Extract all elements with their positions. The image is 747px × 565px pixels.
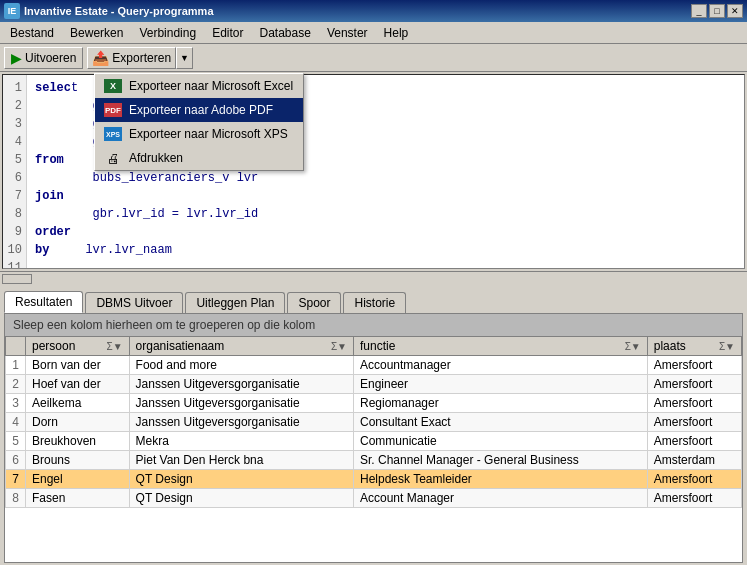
menu-bar: Bestand Bewerken Verbinding Editor Datab… bbox=[0, 22, 747, 44]
scroll-thumb[interactable] bbox=[2, 274, 32, 284]
export-dropdown-menu: X Exporteer naar Microsoft Excel PDF Exp… bbox=[94, 73, 304, 171]
export-pdf-label: Exporteer naar Adobe PDF bbox=[129, 103, 273, 117]
code-scrollbar[interactable] bbox=[0, 271, 747, 285]
cell-plaats: Amersfoort bbox=[647, 413, 741, 432]
group-header: Sleep een kolom hierheen om te groeperen… bbox=[5, 314, 742, 336]
cell-plaats: Amersfoort bbox=[647, 489, 741, 508]
cell-plaats: Amersfoort bbox=[647, 375, 741, 394]
cell-plaats: Amersfoort bbox=[647, 432, 741, 451]
row-number: 5 bbox=[6, 432, 26, 451]
sigma-org[interactable]: Σ▼ bbox=[331, 341, 347, 352]
table-row[interactable]: 8FasenQT DesignAccount ManagerAmersfoort bbox=[6, 489, 742, 508]
run-label: Uitvoeren bbox=[25, 51, 76, 65]
arrow-icon: ▼ bbox=[180, 53, 189, 63]
cell-plaats: Amersfoort bbox=[647, 394, 741, 413]
tab-spoor[interactable]: Spoor bbox=[287, 292, 341, 313]
export-xps-label: Exporteer naar Microsoft XPS bbox=[129, 127, 288, 141]
maximize-button[interactable]: □ bbox=[709, 4, 725, 18]
row-number: 3 bbox=[6, 394, 26, 413]
tab-historie[interactable]: Historie bbox=[343, 292, 406, 313]
col-org-header[interactable]: organisatienaam Σ▼ bbox=[129, 337, 353, 356]
print-item[interactable]: 🖨 Afdrukken bbox=[95, 146, 303, 170]
col-persoon-header[interactable]: persoon Σ▼ bbox=[26, 337, 130, 356]
menu-bewerken[interactable]: Bewerken bbox=[62, 22, 131, 43]
table-row[interactable]: 2Hoef van derJanssen Uitgeversgorganisat… bbox=[6, 375, 742, 394]
col-plaats-header[interactable]: plaats Σ▼ bbox=[647, 337, 741, 356]
table-row[interactable]: 1Born van derFood and moreAccountmanager… bbox=[6, 356, 742, 375]
export-dropdown-arrow[interactable]: ▼ bbox=[176, 47, 193, 69]
cell-functie: Consultant Exact bbox=[353, 413, 647, 432]
window-controls: _ □ ✕ bbox=[691, 4, 743, 18]
export-main-button[interactable]: 📤 Exporteren bbox=[87, 47, 176, 69]
cell-persoon: Hoef van der bbox=[26, 375, 130, 394]
tab-resultaten[interactable]: Resultaten bbox=[4, 291, 83, 313]
table-row[interactable]: 7EngelQT DesignHelpdesk TeamleiderAmersf… bbox=[6, 470, 742, 489]
cell-organisatienaam: QT Design bbox=[129, 489, 353, 508]
table-row[interactable]: 3AeilkemaJanssen UitgeversgorganisatieRe… bbox=[6, 394, 742, 413]
table-row[interactable]: 4DornJanssen UitgeversgorganisatieConsul… bbox=[6, 413, 742, 432]
row-number: 4 bbox=[6, 413, 26, 432]
cell-plaats: Amersfoort bbox=[647, 470, 741, 489]
cell-organisatienaam: QT Design bbox=[129, 470, 353, 489]
print-label: Afdrukken bbox=[129, 151, 183, 165]
sigma-persoon[interactable]: Σ▼ bbox=[106, 341, 122, 352]
row-number: 7 bbox=[6, 470, 26, 489]
minimize-button[interactable]: _ bbox=[691, 4, 707, 18]
results-container: Resultaten DBMS Uitvoer Uitleggen Plan S… bbox=[0, 287, 747, 565]
line-numbers: 12345 67891011 bbox=[3, 75, 27, 268]
cell-functie: Sr. Channel Manager - General Business bbox=[353, 451, 647, 470]
menu-verbinding[interactable]: Verbinding bbox=[131, 22, 204, 43]
cell-organisatienaam: Janssen Uitgeversgorganisatie bbox=[129, 375, 353, 394]
run-icon: ▶ bbox=[11, 50, 22, 66]
col-num-header bbox=[6, 337, 26, 356]
row-number: 8 bbox=[6, 489, 26, 508]
col-functie-header[interactable]: functie Σ▼ bbox=[353, 337, 647, 356]
cell-persoon: Breukhoven bbox=[26, 432, 130, 451]
cell-persoon: Aeilkema bbox=[26, 394, 130, 413]
export-xps-item[interactable]: XPS Exporteer naar Microsoft XPS bbox=[95, 122, 303, 146]
export-excel-label: Exporteer naar Microsoft Excel bbox=[129, 79, 293, 93]
cell-organisatienaam: Piet Van Den Herck bna bbox=[129, 451, 353, 470]
row-number: 6 bbox=[6, 451, 26, 470]
cell-plaats: Amsterdam bbox=[647, 451, 741, 470]
pdf-icon: PDF bbox=[103, 102, 123, 118]
cell-persoon: Engel bbox=[26, 470, 130, 489]
run-button[interactable]: ▶ Uitvoeren bbox=[4, 47, 83, 69]
app-icon: IE bbox=[4, 3, 20, 19]
export-icon: 📤 bbox=[92, 50, 109, 66]
results-area: Sleep een kolom hierheen om te groeperen… bbox=[4, 313, 743, 563]
sigma-functie[interactable]: Σ▼ bbox=[625, 341, 641, 352]
menu-bestand[interactable]: Bestand bbox=[2, 22, 62, 43]
tab-dbms[interactable]: DBMS Uitvoer bbox=[85, 292, 183, 313]
cell-organisatienaam: Janssen Uitgeversgorganisatie bbox=[129, 394, 353, 413]
export-button-group: 📤 Exporteren ▼ bbox=[87, 47, 193, 69]
cell-persoon: Dorn bbox=[26, 413, 130, 432]
cell-functie: Engineer bbox=[353, 375, 647, 394]
close-button[interactable]: ✕ bbox=[727, 4, 743, 18]
cell-functie: Regiomanager bbox=[353, 394, 647, 413]
sigma-plaats[interactable]: Σ▼ bbox=[719, 341, 735, 352]
excel-icon: X bbox=[103, 78, 123, 94]
title-bar: IE Invantive Estate - Query-programma _ … bbox=[0, 0, 747, 22]
toolbar: ▶ Uitvoeren 📤 Exporteren ▼ bbox=[0, 44, 747, 72]
cell-persoon: Fasen bbox=[26, 489, 130, 508]
menu-editor[interactable]: Editor bbox=[204, 22, 251, 43]
table-row[interactable]: 6BrounsPiet Van Den Herck bnaSr. Channel… bbox=[6, 451, 742, 470]
data-table: persoon Σ▼ organisatienaam Σ▼ bbox=[5, 336, 742, 508]
cell-organisatienaam: Food and more bbox=[129, 356, 353, 375]
cell-organisatienaam: Mekra bbox=[129, 432, 353, 451]
menu-help[interactable]: Help bbox=[376, 22, 417, 43]
menu-database[interactable]: Database bbox=[252, 22, 319, 43]
row-number: 1 bbox=[6, 356, 26, 375]
tab-uitleggen[interactable]: Uitleggen Plan bbox=[185, 292, 285, 313]
export-pdf-item[interactable]: PDF Exporteer naar Adobe PDF bbox=[95, 98, 303, 122]
export-label: Exporteren bbox=[112, 51, 171, 65]
cell-functie: Helpdesk Teamleider bbox=[353, 470, 647, 489]
cell-persoon: Born van der bbox=[26, 356, 130, 375]
export-excel-item[interactable]: X Exporteer naar Microsoft Excel bbox=[95, 74, 303, 98]
menu-venster[interactable]: Venster bbox=[319, 22, 376, 43]
cell-functie: Account Manager bbox=[353, 489, 647, 508]
row-number: 2 bbox=[6, 375, 26, 394]
xps-icon: XPS bbox=[103, 126, 123, 142]
table-row[interactable]: 5BreukhovenMekraCommunicatieAmersfoort bbox=[6, 432, 742, 451]
